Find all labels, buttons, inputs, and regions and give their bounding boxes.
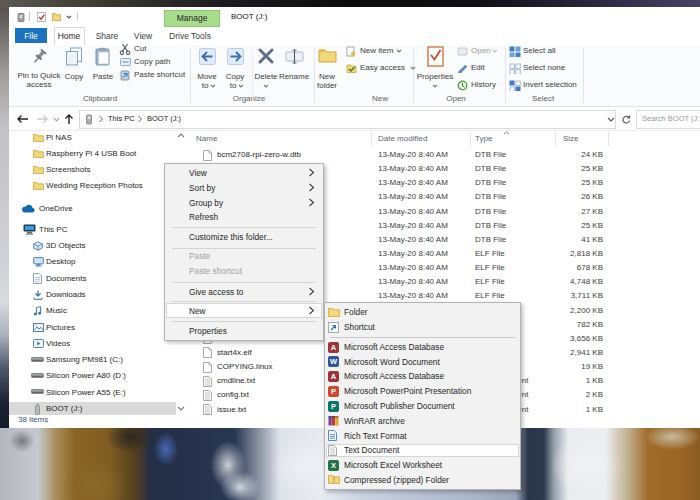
svg-text:P: P: [331, 402, 336, 411]
svg-text:W: W: [330, 357, 338, 366]
svg-text:P: P: [331, 387, 336, 396]
svg-text:A: A: [331, 343, 337, 352]
svg-text:A: A: [331, 372, 337, 381]
svg-text:X: X: [331, 461, 336, 470]
